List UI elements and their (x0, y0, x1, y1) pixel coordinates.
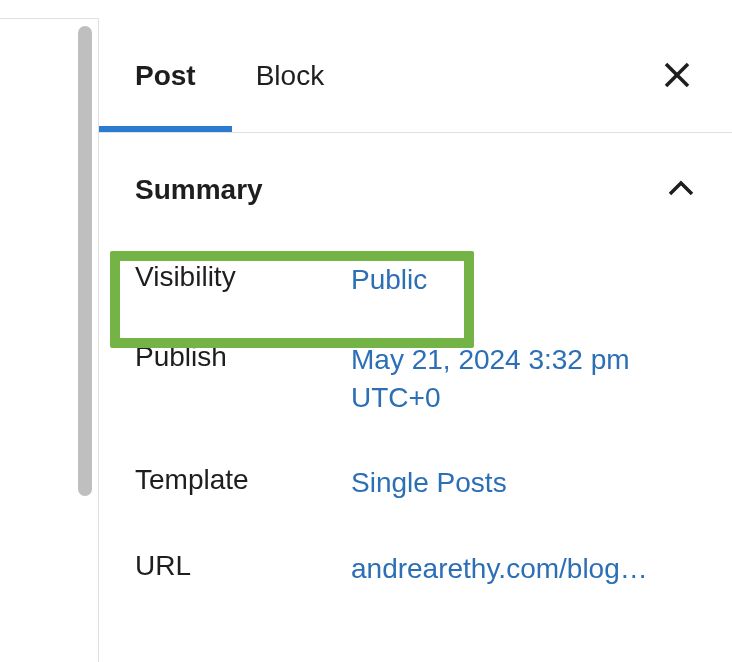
field-publish: Publish May 21, 2024 3:32 pm UTC+0 (135, 323, 732, 441)
tabs: Post Block (99, 18, 732, 133)
section-title: Summary (135, 174, 263, 206)
url-label: URL (135, 550, 351, 582)
field-template: Template Single Posts (135, 440, 732, 526)
template-value[interactable]: Single Posts (351, 464, 702, 502)
tab-block[interactable]: Block (256, 20, 324, 130)
field-url: URL andrearethy.com/blog… (135, 526, 732, 612)
scrollbar[interactable] (78, 26, 92, 496)
visibility-label: Visibility (135, 261, 351, 293)
chevron-up-icon (664, 173, 698, 207)
publish-value[interactable]: May 21, 2024 3:32 pm UTC+0 (351, 341, 702, 417)
visibility-value[interactable]: Public (351, 261, 702, 299)
template-label: Template (135, 464, 351, 496)
field-visibility: Visibility Public (135, 237, 732, 323)
publish-label: Publish (135, 341, 351, 373)
url-value[interactable]: andrearethy.com/blog… (351, 550, 702, 588)
tab-post[interactable]: Post (135, 20, 196, 130)
summary-section-toggle[interactable]: Summary (99, 133, 732, 237)
settings-panel: Post Block Summary Visibility Public Pub… (98, 18, 732, 662)
summary-fields: Visibility Public Publish May 21, 2024 3… (99, 237, 732, 612)
close-button[interactable] (652, 50, 702, 100)
close-icon (662, 60, 692, 90)
